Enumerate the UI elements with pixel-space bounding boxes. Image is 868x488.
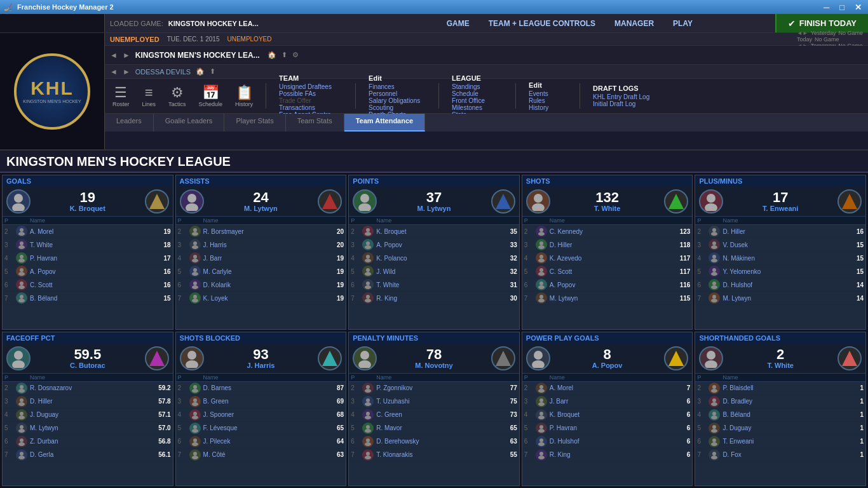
edit-personnel[interactable]: Personnel: [369, 90, 426, 97]
row-name[interactable]: M. Côté: [203, 451, 325, 458]
row-name[interactable]: V. Dusek: [722, 241, 844, 248]
roster-btn[interactable]: ☰ Roster: [112, 85, 130, 107]
row-name[interactable]: Y. Yelomenko: [722, 268, 844, 275]
row-name[interactable]: D. Barnes: [203, 384, 325, 391]
settings-icon[interactable]: ⚙: [292, 51, 299, 59]
upload-icon[interactable]: ⬆: [281, 51, 287, 59]
manager-menu-btn[interactable]: MANAGER: [614, 19, 654, 28]
row-name[interactable]: J. Spooner: [203, 411, 325, 418]
lines-btn[interactable]: ≡ Lines: [142, 85, 156, 107]
row-name[interactable]: P. Zgonnikov: [376, 384, 498, 391]
row-name[interactable]: K. Broquet: [376, 228, 498, 235]
row-name[interactable]: A. Popov: [30, 268, 152, 275]
team-nav-prev[interactable]: ◄: [110, 51, 118, 60]
row-name[interactable]: P. Havran: [30, 255, 152, 262]
edit-salary[interactable]: Salary Obligations: [369, 97, 426, 104]
row-name[interactable]: A. Morel: [550, 384, 672, 391]
team-league-menu-btn[interactable]: TEAM + LEAGUE CONTROLS: [489, 19, 595, 28]
team-menu-item-3[interactable]: Transactions: [279, 104, 342, 111]
row-name[interactable]: C. Scott: [30, 281, 152, 288]
tab-leaders[interactable]: Leaders: [105, 114, 154, 132]
tactics-btn[interactable]: ⚙ Tactics: [168, 85, 186, 107]
leader-name-shots_blocked[interactable]: J. Harris: [247, 362, 275, 369]
row-name[interactable]: B. Béland: [722, 411, 844, 418]
row-name[interactable]: P. Havran: [550, 424, 672, 431]
row-name[interactable]: D. Kolarik: [203, 281, 325, 288]
leader-name-points[interactable]: M. Lytwyn: [417, 205, 451, 212]
row-name[interactable]: K. Polanco: [376, 255, 498, 262]
row-name[interactable]: J. Duguay: [722, 424, 844, 431]
yesterday-nav[interactable]: ◄►: [797, 30, 808, 36]
row-name[interactable]: M. Lytwyn: [722, 295, 844, 302]
leader-name-shots[interactable]: T. White: [594, 205, 621, 212]
edit-finances[interactable]: Finances: [369, 83, 426, 90]
row-name[interactable]: T. Enweani: [722, 438, 844, 445]
row-name[interactable]: C. Kennedy: [550, 228, 672, 235]
row-name[interactable]: A. Popov: [550, 281, 672, 288]
row-name[interactable]: T. Klonarakis: [376, 451, 498, 458]
leader-name-power_play_goals[interactable]: A. Popov: [592, 362, 623, 369]
row-name[interactable]: D. Hiller: [30, 398, 152, 405]
row-name[interactable]: Z. Durban: [30, 438, 152, 445]
row-name[interactable]: D. Hulshof: [550, 438, 672, 445]
row-name[interactable]: T. White: [376, 281, 498, 288]
row-name[interactable]: J. Pilecek: [203, 438, 325, 445]
team-menu-item-1[interactable]: Possible FAs: [279, 90, 342, 97]
row-name[interactable]: P. Blaisdell: [722, 384, 844, 391]
sub-nav-next[interactable]: ►: [123, 67, 130, 76]
row-name[interactable]: C. Scott: [550, 268, 672, 275]
row-name[interactable]: R. King: [376, 295, 498, 302]
league-standings[interactable]: Standings: [452, 83, 503, 90]
league-milestones[interactable]: Milestones: [452, 104, 503, 111]
row-name[interactable]: D. Berehowsky: [376, 438, 498, 445]
tab-team-attendance[interactable]: Team Attendance: [344, 114, 425, 132]
titlebar-controls[interactable]: ─ □ ✕: [821, 3, 864, 12]
game-menu-btn[interactable]: GAME: [447, 19, 470, 28]
row-name[interactable]: D. Hulshof: [722, 281, 844, 288]
row-name[interactable]: J. Barr: [203, 255, 325, 262]
row-name[interactable]: R. Mavor: [376, 424, 498, 431]
minimize-btn[interactable]: ─: [821, 3, 832, 12]
row-name[interactable]: J. Barr: [550, 398, 672, 405]
row-name[interactable]: D. Gerla: [30, 451, 152, 458]
row-name[interactable]: N. Mäkinen: [722, 255, 844, 262]
leader-name-shorthanded_goals[interactable]: T. White: [767, 362, 794, 369]
team-nav-next[interactable]: ►: [123, 51, 130, 60]
row-name[interactable]: K. Broquet: [550, 411, 672, 418]
row-name[interactable]: D. Hiller: [722, 228, 844, 235]
league-frontoffice[interactable]: Front Office: [452, 97, 503, 104]
schedule-btn[interactable]: 📅 Schedule: [199, 85, 223, 107]
sub-home-icon[interactable]: 🏠: [196, 67, 205, 76]
leader-name-assists[interactable]: M. Lytwyn: [244, 205, 278, 212]
tab-team-stats[interactable]: Team Stats: [286, 114, 344, 132]
row-name[interactable]: R. Dosnazarov: [30, 384, 152, 391]
team-menu-item-0[interactable]: Unsigned Draftees: [279, 83, 342, 90]
row-name[interactable]: M. Carlyle: [203, 268, 325, 275]
row-name[interactable]: A. Morel: [30, 228, 152, 235]
row-name[interactable]: J. Wild: [376, 268, 498, 275]
home-icon[interactable]: 🏠: [268, 51, 276, 59]
row-name[interactable]: K. Azevedo: [550, 255, 672, 262]
row-name[interactable]: D. Hiller: [550, 241, 672, 248]
row-name[interactable]: T. White: [30, 241, 152, 248]
play-menu-btn[interactable]: PLAY: [673, 19, 693, 28]
row-name[interactable]: T. Uzuhashi: [376, 398, 498, 405]
sub-nav-prev[interactable]: ◄: [110, 67, 118, 76]
leader-name-penalty_minutes[interactable]: M. Novotny: [415, 362, 452, 369]
row-name[interactable]: A. Popov: [376, 241, 498, 248]
edit-rules[interactable]: Rules: [529, 97, 567, 104]
league-schedule[interactable]: Schedule: [452, 90, 503, 97]
leader-name-goals[interactable]: K. Broquet: [70, 205, 105, 212]
tab-goalie-leaders[interactable]: Goalie Leaders: [154, 114, 225, 132]
row-name[interactable]: B. Béland: [30, 295, 152, 302]
row-name[interactable]: B. Green: [203, 398, 325, 405]
row-name[interactable]: D. Bradley: [722, 398, 844, 405]
row-name[interactable]: M. Lytwyn: [550, 295, 672, 302]
row-name[interactable]: K. Loyek: [203, 295, 325, 302]
row-name[interactable]: J. Duguay: [30, 411, 152, 418]
row-name[interactable]: D. Fox: [722, 451, 844, 458]
maximize-btn[interactable]: □: [837, 3, 847, 12]
tab-player-stats[interactable]: Player Stats: [224, 114, 285, 132]
close-btn[interactable]: ✕: [852, 3, 864, 12]
row-name[interactable]: J. Harris: [203, 241, 325, 248]
